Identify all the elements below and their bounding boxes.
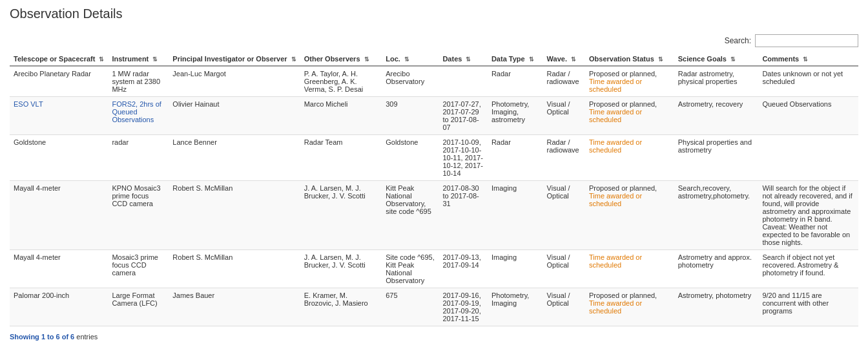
table-cell: Robert S. McMillan	[169, 250, 300, 288]
table-cell: Proposed or planned, Time awarded or sch…	[585, 181, 674, 250]
table-cell: Radar	[488, 135, 543, 181]
col-data-type: Data Type ⇅	[488, 52, 543, 66]
table-cell: 2017-10-09, 2017-10-10-10-11, 2017-10-12…	[439, 135, 488, 181]
col-dates: Dates ⇅	[439, 52, 488, 66]
table-cell: Proposed or planned, Time awarded or sch…	[585, 97, 674, 135]
table-row: Mayall 4-meterKPNO Mosaic3 prime focus C…	[10, 181, 858, 250]
table-cell: Photometry, Imaging	[488, 288, 543, 326]
table-cell: Goldstone	[10, 135, 108, 181]
table-cell: 2017-09-16, 2017-09-19, 2017-09-20, 2017…	[439, 288, 488, 326]
table-cell: Dates unknown or not yet scheduled	[758, 66, 858, 97]
table-cell: KPNO Mosaic3 prime focus CCD camera	[108, 181, 169, 250]
sort-icon-other-observers[interactable]: ⇅	[364, 56, 369, 63]
sort-icon-pi[interactable]: ⇅	[291, 56, 296, 63]
col-obs-status: Observation Status ⇅	[585, 52, 674, 66]
table-cell: radar	[108, 135, 169, 181]
table-cell: 2017-07-27, 2017-07-29 to 2017-08-07	[439, 97, 488, 135]
table-cell	[439, 66, 488, 97]
table-cell: Arecibo Observatory	[382, 66, 439, 97]
table-cell: Mayall 4-meter	[10, 181, 108, 250]
cell-link[interactable]: FORS2, 2hrs of Queued Observations	[112, 100, 161, 123]
obs-status-orange: Time awarded or scheduled	[589, 253, 642, 269]
table-cell: Robert S. McMillan	[169, 181, 300, 250]
table-cell: 2017-08-30 to 2017-08-31	[439, 181, 488, 250]
table-cell: Radar Team	[300, 135, 382, 181]
table-cell: Proposed or planned, Time awarded or sch…	[585, 66, 674, 97]
table-cell	[758, 135, 858, 181]
sort-icon-comments[interactable]: ⇅	[803, 56, 808, 63]
table-header-row: Telescope or Spacecraft ⇅ Instrument ⇅ P…	[10, 52, 858, 66]
table-cell: Visual / Optical	[543, 288, 585, 326]
table-cell: FORS2, 2hrs of Queued Observations	[108, 97, 169, 135]
obs-status-orange: Time awarded or scheduled	[589, 192, 642, 207]
obs-status-orange: Time awarded or scheduled	[589, 108, 642, 123]
footer-highlight: Showing 1 to 6 of 6	[10, 333, 74, 341]
col-loc: Loc. ⇅	[382, 52, 439, 66]
obs-status-orange: Time awarded or scheduled	[589, 299, 642, 315]
table-cell: Search if object not yet recovered. Astr…	[758, 250, 858, 288]
table-cell: Will search for the object if not alread…	[758, 181, 858, 250]
search-bar: Search:	[10, 34, 858, 47]
table-cell: Proposed or planned, Time awarded or sch…	[585, 288, 674, 326]
table-cell: Jean-Luc Margot	[169, 66, 300, 97]
table-cell: E. Kramer, M. Brozovic, J. Masiero	[300, 288, 382, 326]
table-cell: P. A. Taylor, A. H. Greenberg, A. K. Ver…	[300, 66, 382, 97]
table-cell: Kitt Peak National Observatory, site cod…	[382, 181, 439, 250]
sort-icon-science-goals[interactable]: ⇅	[730, 56, 736, 63]
table-cell: Imaging	[488, 181, 543, 250]
footer-suffix: entries	[76, 333, 98, 341]
table-cell: Photometry, Imaging, astrometry	[488, 97, 543, 135]
search-label: Search:	[725, 36, 751, 45]
table-cell: Radar / radiowave	[543, 66, 585, 97]
obs-status-orange: Time awarded or scheduled	[589, 78, 642, 93]
col-wave: Wave. ⇅	[543, 52, 585, 66]
col-instrument: Instrument ⇅	[108, 52, 169, 66]
col-science-goals: Science Goals ⇅	[674, 52, 759, 66]
table-footer: Showing 1 to 6 of 6 entries	[10, 333, 858, 341]
sort-icon-dates[interactable]: ⇅	[466, 56, 471, 63]
col-telescope: Telescope or Spacecraft ⇅	[10, 52, 108, 66]
table-cell: Visual / Optical	[543, 97, 585, 135]
table-row: Arecibo Planetary Radar1 MW radar system…	[10, 66, 858, 97]
search-input[interactable]	[755, 34, 858, 47]
col-pi: Principal Investigator or Observer ⇅	[169, 52, 300, 66]
sort-icon-data-type[interactable]: ⇅	[529, 56, 534, 63]
table-cell: Astrometry and approx. photometry	[674, 250, 759, 288]
table-row: ESO VLTFORS2, 2hrs of Queued Observation…	[10, 97, 858, 135]
sort-icon-instrument[interactable]: ⇅	[152, 56, 158, 63]
cell-link[interactable]: ESO VLT	[14, 100, 43, 108]
table-cell: Time awarded or scheduled	[585, 250, 674, 288]
sort-icon-telescope[interactable]: ⇅	[99, 56, 104, 63]
table-cell: James Bauer	[169, 288, 300, 326]
table-row: GoldstoneradarLance BennerRadar TeamGold…	[10, 135, 858, 181]
obs-status-orange: Time awarded or scheduled	[589, 138, 642, 154]
table-cell: Goldstone	[382, 135, 439, 181]
table-cell: Astrometry, recovery	[674, 97, 759, 135]
table-cell: Lance Benner	[169, 135, 300, 181]
table-cell: Radar	[488, 66, 543, 97]
sort-icon-obs-status[interactable]: ⇅	[658, 56, 663, 63]
obs-status-prefix: Proposed or planned,	[589, 184, 657, 192]
sort-icon-loc[interactable]: ⇅	[404, 56, 409, 63]
table-cell: Visual / Optical	[543, 250, 585, 288]
table-cell: Arecibo Planetary Radar	[10, 66, 108, 97]
obs-status-prefix: Proposed or planned,	[589, 100, 657, 108]
table-cell: Astrometry, photometry	[674, 288, 759, 326]
table-row: Palomar 200-inchLarge Format Camera (LFC…	[10, 288, 858, 326]
table-cell: ESO VLT	[10, 97, 108, 135]
page-title: Observation Details	[10, 6, 858, 21]
col-other-observers: Other Observers ⇅	[300, 52, 382, 66]
table-cell: 9/20 and 11/15 are concurrent with other…	[758, 288, 858, 326]
table-cell: Radar / radiowave	[543, 135, 585, 181]
obs-status-prefix: Proposed or planned,	[589, 70, 657, 78]
table-cell: Queued Observations	[758, 97, 858, 135]
col-comments: Comments ⇅	[758, 52, 858, 66]
table-cell: Time awarded or scheduled	[585, 135, 674, 181]
table-cell: 2017-09-13, 2017-09-14	[439, 250, 488, 288]
table-cell: J. A. Larsen, M. J. Brucker, J. V. Scott…	[300, 250, 382, 288]
table-cell: Visual / Optical	[543, 181, 585, 250]
table-cell: 309	[382, 97, 439, 135]
sort-icon-wave[interactable]: ⇅	[571, 56, 576, 63]
table-cell: Large Format Camera (LFC)	[108, 288, 169, 326]
table-row: Mayall 4-meterMosaic3 prime focus CCD ca…	[10, 250, 858, 288]
